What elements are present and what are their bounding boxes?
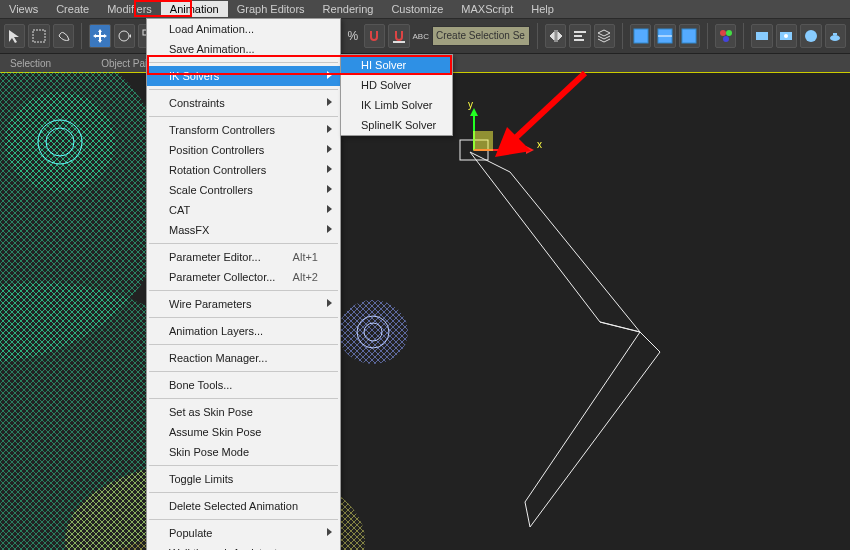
svg-rect-20 — [833, 33, 837, 35]
svg-rect-6 — [574, 35, 582, 37]
menu-separator — [149, 344, 338, 345]
menu-item-populate[interactable]: Populate — [147, 523, 340, 543]
ik-solvers-submenu: HI SolverHD SolverIK Limb SolverSplineIK… — [340, 54, 453, 136]
submenu-arrow-icon — [327, 98, 332, 106]
submenu-item-ik-limb-solver[interactable]: IK Limb Solver — [341, 95, 452, 115]
magnet-snap-icon[interactable] — [388, 24, 409, 48]
menu-separator — [149, 519, 338, 520]
menu-item-rendering[interactable]: Rendering — [314, 1, 383, 17]
menu-item-rotation-controllers[interactable]: Rotation Controllers — [147, 160, 340, 180]
menu-item-parameter-editor[interactable]: Parameter Editor...Alt+1 — [147, 247, 340, 267]
menu-item-cat[interactable]: CAT — [147, 200, 340, 220]
menu-separator — [149, 317, 338, 318]
svg-rect-11 — [682, 29, 696, 43]
submenu-arrow-icon — [327, 225, 332, 233]
submenu-item-hi-solver[interactable]: HI Solver — [341, 55, 452, 75]
annotation-arrow — [455, 65, 595, 175]
menu-item-toggle-limits[interactable]: Toggle Limits — [147, 469, 340, 489]
material-editor-icon[interactable] — [715, 24, 736, 48]
text-snap-icon[interactable]: ABC — [413, 24, 429, 48]
submenu-item-hd-solver[interactable]: HD Solver — [341, 75, 452, 95]
menu-item-scale-controllers[interactable]: Scale Controllers — [147, 180, 340, 200]
menu-item-bone-tools[interactable]: Bone Tools... — [147, 375, 340, 395]
menu-separator — [149, 243, 338, 244]
submenu-arrow-icon — [327, 528, 332, 536]
menu-item-walkthrough-assistant[interactable]: Walkthrough Assistant... — [147, 543, 340, 550]
svg-rect-7 — [574, 39, 584, 41]
main-toolbar: % ABC Create Selection Se — [0, 18, 850, 54]
align-tool-icon[interactable] — [569, 24, 590, 48]
svg-line-36 — [510, 73, 585, 143]
svg-rect-4 — [393, 41, 405, 43]
menu-item-set-as-skin-pose[interactable]: Set as Skin Pose — [147, 402, 340, 422]
menu-item-delete-selected-animation[interactable]: Delete Selected Animation — [147, 496, 340, 516]
menu-separator — [149, 492, 338, 493]
schematic-view-icon[interactable] — [679, 24, 700, 48]
submenu-item-splineik-solver[interactable]: SplineIK Solver — [341, 115, 452, 135]
menu-separator — [149, 465, 338, 466]
menu-item-transform-controllers[interactable]: Transform Controllers — [147, 120, 340, 140]
menu-item-ik-solvers[interactable]: IK Solvers — [147, 66, 340, 86]
menu-item-create[interactable]: Create — [47, 1, 98, 17]
svg-point-12 — [720, 30, 726, 36]
menu-item-animation[interactable]: Animation — [161, 1, 228, 17]
animation-menu-dropdown: Load Animation...Save Animation...IK Sol… — [146, 18, 341, 550]
svg-point-22 — [5, 92, 115, 192]
selection-set-combo[interactable]: Create Selection Se — [432, 26, 530, 46]
wireframe-scene: x y — [0, 72, 850, 550]
menu-item-massfx[interactable]: MassFX — [147, 220, 340, 240]
rotate-tool-icon[interactable] — [114, 24, 135, 48]
menu-item-animation-layers[interactable]: Animation Layers... — [147, 321, 340, 341]
svg-rect-8 — [634, 29, 648, 43]
main-menu-bar: ViewsCreateModifiersAnimationGraph Edito… — [0, 0, 850, 18]
menu-item-views[interactable]: Views — [0, 1, 47, 17]
menu-item-maxscript[interactable]: MAXScript — [452, 1, 522, 17]
svg-point-1 — [119, 31, 129, 41]
menu-item-reaction-manager[interactable]: Reaction Manager... — [147, 348, 340, 368]
layers-tool-icon[interactable] — [594, 24, 615, 48]
magnet-icon[interactable] — [364, 24, 385, 48]
selection-tag-label: Selection — [10, 58, 51, 69]
percent-icon[interactable]: % — [345, 24, 361, 48]
render-setup-icon[interactable] — [751, 24, 772, 48]
mirror-tool-icon[interactable] — [545, 24, 566, 48]
render-production-icon[interactable] — [800, 24, 821, 48]
menu-item-wire-parameters[interactable]: Wire Parameters — [147, 294, 340, 314]
menu-item-skin-pose-mode[interactable]: Skin Pose Mode — [147, 442, 340, 462]
svg-point-18 — [805, 30, 817, 42]
menu-separator — [149, 371, 338, 372]
render-frame-icon[interactable] — [776, 24, 797, 48]
menu-item-help[interactable]: Help — [522, 1, 563, 17]
marquee-tool-icon[interactable] — [28, 24, 49, 48]
shortcut-label: Alt+1 — [293, 247, 318, 267]
perspective-viewport[interactable]: x y — [0, 72, 850, 550]
freeform-tool-icon[interactable] — [53, 24, 74, 48]
menu-item-customize[interactable]: Customize — [382, 1, 452, 17]
svg-point-17 — [784, 34, 788, 38]
menu-item-modifiers[interactable]: Modifiers — [98, 1, 161, 17]
submenu-arrow-icon — [327, 299, 332, 307]
submenu-arrow-icon — [327, 185, 332, 193]
teapot-render-icon[interactable] — [825, 24, 846, 48]
cursor-tool-icon[interactable] — [4, 24, 25, 48]
svg-point-19 — [830, 35, 840, 41]
submenu-arrow-icon — [327, 205, 332, 213]
menu-item-position-controllers[interactable]: Position Controllers — [147, 140, 340, 160]
menu-separator — [149, 398, 338, 399]
dope-sheet-icon[interactable] — [654, 24, 675, 48]
menu-separator — [149, 290, 338, 291]
shortcut-label: Alt+2 — [293, 267, 318, 287]
move-tool-icon[interactable] — [89, 24, 110, 48]
svg-rect-15 — [756, 32, 768, 40]
submenu-arrow-icon — [327, 125, 332, 133]
menu-item-save-animation[interactable]: Save Animation... — [147, 39, 340, 59]
svg-point-14 — [723, 36, 729, 42]
curve-editor-icon[interactable] — [630, 24, 651, 48]
menu-item-load-animation[interactable]: Load Animation... — [147, 19, 340, 39]
menu-item-graph-editors[interactable]: Graph Editors — [228, 1, 314, 17]
svg-rect-5 — [574, 31, 586, 33]
menu-item-parameter-collector[interactable]: Parameter Collector...Alt+2 — [147, 267, 340, 287]
menu-item-assume-skin-pose[interactable]: Assume Skin Pose — [147, 422, 340, 442]
menu-item-constraints[interactable]: Constraints — [147, 93, 340, 113]
menu-separator — [149, 89, 338, 90]
